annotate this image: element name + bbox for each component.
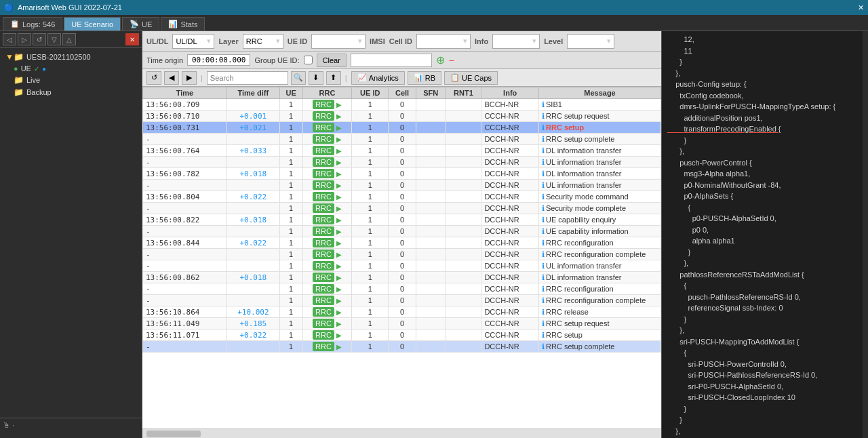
ue-caps-btn[interactable]: 📋 UE Caps bbox=[444, 71, 498, 85]
cell-rrc: RRC ▶ bbox=[302, 99, 352, 111]
cell-time: 13:56:00.709 bbox=[143, 99, 227, 111]
sidebar-back-btn[interactable]: ◁ bbox=[3, 33, 16, 45]
tab-ue[interactable]: 📡 UE bbox=[122, 17, 159, 31]
code-line: txConfig codebook, bbox=[667, 90, 863, 102]
cell-time: - bbox=[143, 295, 227, 306]
ue-id-select[interactable]: ▾ bbox=[311, 34, 366, 49]
sidebar-item-backup[interactable]: 📁 Backup bbox=[3, 86, 139, 98]
code-line: sri-PUSCH-PowerControlId 0, bbox=[667, 359, 863, 370]
horizontal-scrollbar[interactable] bbox=[142, 429, 661, 438]
cell-rnt1 bbox=[446, 330, 481, 341]
remove-filter-btn[interactable]: − bbox=[449, 56, 454, 65]
cell-time: 13:56:10.864 bbox=[143, 306, 227, 318]
table-row[interactable]: 13:56:00.7091RRC ▶10BCCH-NRℹSIB1 bbox=[143, 99, 661, 111]
level-dropdown[interactable] bbox=[570, 37, 606, 45]
filter-input[interactable] bbox=[351, 54, 432, 67]
cell-time: 13:56:00.764 bbox=[143, 145, 227, 157]
table-row[interactable]: 13:56:00.804+0.0221RRC ▶10DCCH-NRℹSecuri… bbox=[143, 191, 661, 203]
table-row[interactable]: 13:56:00.782+0.0181RRC ▶10DCCH-NRℹDL inf… bbox=[143, 168, 661, 180]
level-label: Level bbox=[544, 37, 563, 45]
sidebar-item-uesb[interactable]: ▼📁 UESB-2021102500 bbox=[3, 51, 139, 63]
cell-info: DCCH-NR bbox=[481, 295, 539, 306]
sidebar-item-live[interactable]: 📁 Live bbox=[3, 74, 139, 86]
cell-sfn bbox=[416, 260, 446, 272]
code-line: }, bbox=[667, 146, 863, 157]
cell-id-dropdown[interactable] bbox=[420, 37, 462, 45]
cell-info: DCCH-NR bbox=[481, 306, 539, 318]
cell-id-select[interactable]: ▾ bbox=[416, 34, 471, 49]
tab-ue-scenario[interactable]: UE Scenario bbox=[64, 17, 121, 31]
level-select[interactable]: ▾ bbox=[567, 34, 614, 49]
rb-btn[interactable]: 📊 RB bbox=[408, 71, 441, 85]
sidebar-close-btn[interactable]: ✕ bbox=[125, 33, 139, 45]
table-row[interactable]: -1RRC ▶10DCCH-NRℹUL information transfer bbox=[143, 180, 661, 191]
table-row[interactable]: 13:56:00.862+0.0181RRC ▶10DCCH-NRℹDL inf… bbox=[143, 272, 661, 283]
table-row[interactable]: -1RRC ▶10DCCH-NRℹUE capability informati… bbox=[143, 226, 661, 237]
sidebar-up-btn[interactable]: ▽ bbox=[47, 33, 61, 45]
layer-select[interactable]: RRC ▾ bbox=[243, 34, 283, 49]
refresh-btn[interactable]: ↺ bbox=[146, 71, 161, 85]
sidebar-forward-btn[interactable]: ▷ bbox=[18, 33, 31, 45]
prev-btn[interactable]: ◀ bbox=[164, 71, 179, 85]
code-view[interactable]: 12, 11 } }, pusch-Config setup: { txConf… bbox=[662, 31, 868, 438]
cell-rnt1 bbox=[446, 237, 481, 249]
cell-info: CCCH-NR bbox=[481, 330, 539, 341]
table-row[interactable]: -1RRC ▶10DCCH-NRℹRRC reconfiguration com… bbox=[143, 249, 661, 260]
cell-message: ℹUL information transfer bbox=[539, 157, 661, 168]
search-btn[interactable]: 🔍 bbox=[291, 71, 306, 85]
table-row[interactable]: 13:56:11.071+0.0221RRC ▶10CCCH-NRℹRRC se… bbox=[143, 330, 661, 341]
close-icon[interactable]: ✕ bbox=[858, 3, 864, 12]
add-filter-btn[interactable]: ⊕ bbox=[436, 55, 445, 66]
table-row[interactable]: -1RRC ▶10DCCH-NRℹRRC reconfiguration bbox=[143, 283, 661, 295]
search-input[interactable] bbox=[207, 71, 288, 85]
cell-sfn bbox=[416, 306, 446, 318]
cell-rnt1 bbox=[446, 180, 481, 191]
table-row[interactable]: 13:56:11.049+0.1851RRC ▶10CCCH-NRℹRRC se… bbox=[143, 318, 661, 330]
group-ue-id-checkbox[interactable] bbox=[304, 56, 313, 64]
copy-btn[interactable]: ⬆ bbox=[326, 71, 341, 85]
table-row[interactable]: 13:56:00.844+0.0221RRC ▶10DCCH-NRℹRRC re… bbox=[143, 237, 661, 249]
mode-select[interactable]: UL/DL ▾ bbox=[172, 34, 214, 49]
cell-cell: 0 bbox=[389, 283, 416, 295]
export-btn[interactable]: ⬇ bbox=[309, 71, 323, 85]
right-scrollbar[interactable] bbox=[863, 31, 868, 438]
table-row[interactable]: -1RRC ▶10DCCH-NRℹUL information transfer bbox=[143, 157, 661, 168]
clear-button[interactable]: Clear bbox=[317, 54, 347, 67]
col-info: Info bbox=[481, 87, 539, 99]
cell-sfn bbox=[416, 111, 446, 122]
cell-ueid: 1 bbox=[352, 318, 389, 330]
layer-dropdown[interactable]: RRC bbox=[246, 37, 275, 45]
cell-time: 13:56:11.049 bbox=[143, 318, 227, 330]
tab-stats[interactable]: 📊 Stats bbox=[161, 17, 205, 31]
analytics-btn[interactable]: 📈 Analytics bbox=[351, 71, 405, 85]
log-table[interactable]: Time Time diff UE RRC UE ID Cell SFN RNT… bbox=[142, 87, 661, 429]
tab-logs[interactable]: 📋 Logs: 546 bbox=[3, 17, 62, 31]
ue-id-dropdown[interactable] bbox=[315, 37, 357, 45]
log-data-table: Time Time diff UE RRC UE ID Cell SFN RNT… bbox=[142, 87, 661, 353]
cell-cell: 0 bbox=[389, 214, 416, 226]
sidebar-down-btn[interactable]: △ bbox=[62, 33, 76, 45]
cell-info: DCCH-NR bbox=[481, 260, 539, 272]
info-select[interactable]: ▾ bbox=[492, 34, 540, 49]
table-row[interactable]: 13:56:00.822+0.0181RRC ▶10DCCH-NRℹUE cap… bbox=[143, 214, 661, 226]
scrollbar-thumb[interactable] bbox=[146, 431, 201, 437]
cell-time: 13:56:00.710 bbox=[143, 111, 227, 122]
table-row[interactable]: 13:56:00.764+0.0331RRC ▶10DCCH-NRℹDL inf… bbox=[143, 145, 661, 157]
table-row[interactable]: -1RRC ▶10DCCH-NRℹRRC setup complete bbox=[143, 341, 661, 353]
table-row[interactable]: -1RRC ▶10DCCH-NRℹUL information transfer bbox=[143, 260, 661, 272]
cell-info: DCCH-NR bbox=[481, 283, 539, 295]
code-line: { bbox=[667, 347, 863, 359]
table-row[interactable]: -1RRC ▶10DCCH-NRℹRRC setup complete bbox=[143, 134, 661, 145]
next-btn[interactable]: ▶ bbox=[182, 71, 197, 85]
table-row[interactable]: 13:56:00.710+0.0011RRC ▶10CCCH-NRℹRRC se… bbox=[143, 111, 661, 122]
table-row[interactable]: 13:56:00.731+0.0211RRC ▶10CCCH-NRℹRRC se… bbox=[143, 122, 661, 134]
table-row[interactable]: -1RRC ▶10DCCH-NRℹSecurity mode complete bbox=[143, 203, 661, 214]
sidebar-refresh-btn[interactable]: ↺ bbox=[33, 33, 46, 45]
table-row[interactable]: -1RRC ▶10DCCH-NRℹRRC reconfiguration com… bbox=[143, 295, 661, 306]
cell-info: DCCH-NR bbox=[481, 214, 539, 226]
table-row[interactable]: 13:56:10.864+10.0021RRC ▶10DCCH-NRℹRRC r… bbox=[143, 306, 661, 318]
sidebar-item-ue[interactable]: ● UE ✓ ● bbox=[3, 63, 139, 74]
info-dropdown[interactable] bbox=[496, 37, 531, 45]
mode-dropdown[interactable]: UL/DL bbox=[176, 37, 205, 45]
ue-blue-dot: ● bbox=[42, 65, 46, 73]
